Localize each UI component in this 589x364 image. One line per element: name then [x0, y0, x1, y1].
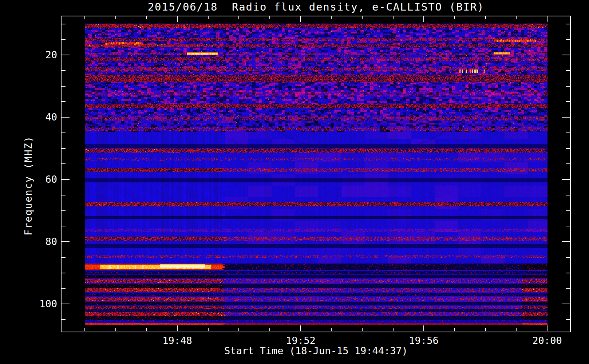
x-tick: [393, 16, 394, 19]
y-tick-label: 20: [45, 49, 57, 60]
y-tick-label: 60: [45, 174, 57, 185]
y-tick: [62, 195, 66, 195]
x-tick: [84, 328, 85, 331]
y-tick: [62, 226, 66, 226]
y-tick: [62, 101, 66, 102]
y-tick: [566, 86, 570, 87]
y-tick: [62, 241, 70, 242]
x-tick: [423, 16, 424, 22]
y-tick: [566, 210, 570, 211]
x-tick: [485, 328, 486, 331]
y-tick: [62, 210, 66, 211]
y-tick-label: 80: [45, 236, 57, 247]
y-tick: [62, 148, 66, 149]
x-tick: [454, 16, 455, 19]
x-axis-label: Start Time (18-Jun-15 19:44:37): [61, 345, 571, 356]
y-tick: [566, 39, 570, 40]
x-tick: [177, 16, 178, 22]
x-tick: [208, 328, 209, 331]
y-tick: [566, 273, 570, 273]
y-tick: [62, 39, 66, 40]
y-tick: [562, 179, 570, 180]
x-tick: [393, 328, 394, 331]
y-tick: [562, 304, 570, 304]
y-tick: [62, 132, 66, 133]
x-tick: [177, 325, 178, 331]
y-tick: [62, 70, 66, 71]
x-tick: [300, 325, 301, 331]
y-tick: [566, 148, 570, 149]
y-tick: [566, 195, 570, 195]
y-tick: [62, 55, 70, 55]
x-tick: [331, 16, 332, 19]
x-tick: [208, 16, 209, 19]
y-tick: [562, 117, 570, 118]
y-tick: [562, 55, 570, 55]
x-tick: [423, 325, 424, 331]
y-tick: [62, 117, 70, 118]
y-tick-label: 100: [39, 298, 57, 309]
y-tick: [62, 288, 66, 289]
x-tick: [238, 16, 239, 19]
x-tick: [547, 16, 548, 22]
y-tick: [562, 241, 570, 242]
x-tick: [300, 16, 301, 22]
y-axis-label: Frequency (MHZ): [23, 136, 34, 236]
x-tick: [454, 328, 455, 331]
x-tick: [146, 16, 147, 19]
x-tick: [516, 16, 517, 19]
y-tick: [62, 163, 66, 164]
y-tick: [566, 288, 570, 289]
x-tick: [547, 325, 548, 331]
y-tick: [566, 24, 570, 24]
y-tick: [566, 70, 570, 71]
x-tick: [269, 328, 270, 331]
y-tick: [62, 24, 66, 24]
x-tick: [146, 328, 147, 331]
x-tick: [84, 16, 85, 19]
y-tick: [62, 179, 70, 180]
y-tick: [566, 226, 570, 226]
x-tick-label: 19:48: [162, 335, 192, 346]
figure: 2015/06/18 Radio flux density, e-CALLIST…: [0, 0, 589, 364]
x-tick: [269, 16, 270, 19]
y-tick-label: 40: [45, 111, 57, 123]
x-tick-label: 19:56: [409, 335, 438, 346]
y-tick: [62, 273, 66, 273]
y-tick: [566, 163, 570, 164]
x-tick: [331, 328, 332, 331]
y-tick: [566, 101, 570, 102]
x-tick: [516, 328, 517, 331]
y-tick: [566, 257, 570, 258]
x-tick: [115, 328, 116, 331]
y-tick: [62, 304, 70, 304]
x-tick-label: 19:52: [286, 335, 315, 346]
y-tick: [62, 86, 66, 87]
chart-title: 2015/06/18 Radio flux density, e-CALLIST…: [61, 1, 571, 13]
x-tick-label: 20:00: [532, 335, 562, 346]
x-tick: [362, 328, 363, 331]
x-tick: [362, 16, 363, 19]
y-tick: [566, 132, 570, 133]
y-tick: [62, 257, 66, 258]
x-tick: [485, 16, 486, 19]
spectrogram-canvas: [85, 23, 548, 325]
y-tick: [62, 319, 66, 320]
x-tick: [238, 328, 239, 331]
y-tick: [566, 319, 570, 320]
x-tick: [115, 16, 116, 19]
